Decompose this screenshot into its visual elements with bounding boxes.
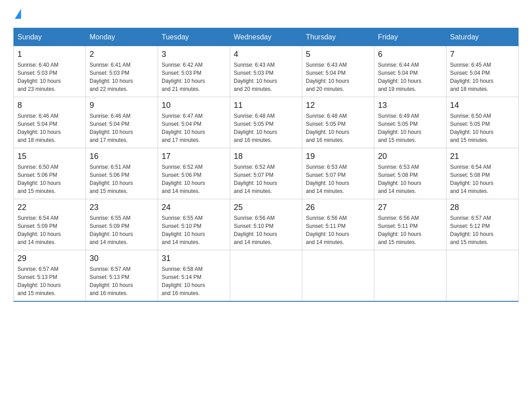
day-info: Sunrise: 6:42 AM Sunset: 5:03 PM Dayligh…: [162, 61, 226, 93]
day-info: Sunrise: 6:52 AM Sunset: 5:06 PM Dayligh…: [162, 163, 226, 195]
page-header: [13, 9, 519, 19]
day-number: 14: [450, 101, 515, 110]
day-number: 3: [162, 50, 226, 59]
day-info: Sunrise: 6:43 AM Sunset: 5:03 PM Dayligh…: [234, 61, 298, 93]
day-info: Sunrise: 6:50 AM Sunset: 5:06 PM Dayligh…: [17, 163, 82, 195]
calendar-cell: 13 Sunrise: 6:49 AM Sunset: 5:05 PM Dayl…: [374, 97, 446, 148]
calendar-cell: 11 Sunrise: 6:48 AM Sunset: 5:05 PM Dayl…: [230, 97, 302, 148]
weekday-header-wednesday: Wednesday: [230, 28, 302, 46]
weekday-header-monday: Monday: [86, 28, 158, 46]
day-info: Sunrise: 6:49 AM Sunset: 5:05 PM Dayligh…: [378, 112, 442, 144]
day-info: Sunrise: 6:54 AM Sunset: 5:09 PM Dayligh…: [17, 214, 82, 246]
calendar-week-row: 29 Sunrise: 6:57 AM Sunset: 5:13 PM Dayl…: [14, 250, 519, 302]
day-number: 7: [450, 50, 515, 59]
calendar-cell: 29 Sunrise: 6:57 AM Sunset: 5:13 PM Dayl…: [14, 250, 86, 302]
weekday-header-thursday: Thursday: [302, 28, 374, 46]
calendar-cell: [302, 250, 374, 302]
calendar-cell: 9 Sunrise: 6:46 AM Sunset: 5:04 PM Dayli…: [86, 97, 158, 148]
calendar-cell: 3 Sunrise: 6:42 AM Sunset: 5:03 PM Dayli…: [158, 46, 230, 97]
day-info: Sunrise: 6:52 AM Sunset: 5:07 PM Dayligh…: [234, 163, 298, 195]
day-number: 19: [306, 152, 370, 161]
weekday-header-row: SundayMondayTuesdayWednesdayThursdayFrid…: [14, 28, 519, 46]
day-info: Sunrise: 6:41 AM Sunset: 5:03 PM Dayligh…: [90, 61, 154, 93]
day-info: Sunrise: 6:54 AM Sunset: 5:08 PM Dayligh…: [450, 163, 515, 195]
day-info: Sunrise: 6:45 AM Sunset: 5:04 PM Dayligh…: [450, 61, 515, 93]
calendar-week-row: 15 Sunrise: 6:50 AM Sunset: 5:06 PM Dayl…: [14, 148, 519, 199]
day-info: Sunrise: 6:48 AM Sunset: 5:05 PM Dayligh…: [234, 112, 298, 144]
weekday-header-tuesday: Tuesday: [158, 28, 230, 46]
day-number: 4: [234, 50, 298, 59]
day-number: 15: [17, 152, 82, 161]
day-number: 20: [378, 152, 442, 161]
day-number: 24: [162, 203, 226, 212]
calendar-cell: 8 Sunrise: 6:46 AM Sunset: 5:04 PM Dayli…: [14, 97, 86, 148]
calendar-cell: 7 Sunrise: 6:45 AM Sunset: 5:04 PM Dayli…: [446, 46, 519, 97]
day-info: Sunrise: 6:53 AM Sunset: 5:08 PM Dayligh…: [378, 163, 442, 195]
calendar-cell: 27 Sunrise: 6:56 AM Sunset: 5:11 PM Dayl…: [374, 199, 446, 250]
day-info: Sunrise: 6:57 AM Sunset: 5:13 PM Dayligh…: [17, 265, 82, 297]
day-info: Sunrise: 6:56 AM Sunset: 5:10 PM Dayligh…: [234, 214, 298, 246]
calendar-cell: 5 Sunrise: 6:43 AM Sunset: 5:04 PM Dayli…: [302, 46, 374, 97]
day-number: 29: [17, 254, 82, 263]
calendar-cell: 30 Sunrise: 6:57 AM Sunset: 5:13 PM Dayl…: [86, 250, 158, 302]
calendar-cell: [230, 250, 302, 302]
calendar-week-row: 22 Sunrise: 6:54 AM Sunset: 5:09 PM Dayl…: [14, 199, 519, 250]
day-number: 25: [234, 203, 298, 212]
calendar-cell: 24 Sunrise: 6:55 AM Sunset: 5:10 PM Dayl…: [158, 199, 230, 250]
calendar-cell: 28 Sunrise: 6:57 AM Sunset: 5:12 PM Dayl…: [446, 199, 519, 250]
day-number: 21: [450, 152, 515, 161]
day-number: 11: [234, 101, 298, 110]
day-number: 18: [234, 152, 298, 161]
day-number: 9: [90, 101, 154, 110]
day-info: Sunrise: 6:55 AM Sunset: 5:10 PM Dayligh…: [162, 214, 226, 246]
calendar-cell: 2 Sunrise: 6:41 AM Sunset: 5:03 PM Dayli…: [86, 46, 158, 97]
day-info: Sunrise: 6:48 AM Sunset: 5:05 PM Dayligh…: [306, 112, 370, 144]
calendar-week-row: 8 Sunrise: 6:46 AM Sunset: 5:04 PM Dayli…: [14, 97, 519, 148]
day-info: Sunrise: 6:47 AM Sunset: 5:04 PM Dayligh…: [162, 112, 226, 144]
day-info: Sunrise: 6:56 AM Sunset: 5:11 PM Dayligh…: [378, 214, 442, 246]
day-number: 30: [90, 254, 154, 263]
calendar-cell: 15 Sunrise: 6:50 AM Sunset: 5:06 PM Dayl…: [14, 148, 86, 199]
calendar-cell: 14 Sunrise: 6:50 AM Sunset: 5:05 PM Dayl…: [446, 97, 519, 148]
calendar-cell: 1 Sunrise: 6:40 AM Sunset: 5:03 PM Dayli…: [14, 46, 86, 97]
weekday-header-sunday: Sunday: [14, 28, 86, 46]
day-info: Sunrise: 6:56 AM Sunset: 5:11 PM Dayligh…: [306, 214, 370, 246]
calendar-cell: 4 Sunrise: 6:43 AM Sunset: 5:03 PM Dayli…: [230, 46, 302, 97]
calendar-cell: [374, 250, 446, 302]
day-number: 26: [306, 203, 370, 212]
day-number: 27: [378, 203, 442, 212]
calendar-cell: 19 Sunrise: 6:53 AM Sunset: 5:07 PM Dayl…: [302, 148, 374, 199]
day-number: 13: [378, 101, 442, 110]
calendar-cell: 18 Sunrise: 6:52 AM Sunset: 5:07 PM Dayl…: [230, 148, 302, 199]
logo-triangle-icon: [15, 9, 21, 19]
weekday-header-friday: Friday: [374, 28, 446, 46]
day-number: 28: [450, 203, 515, 212]
day-number: 2: [90, 50, 154, 59]
calendar-table: SundayMondayTuesdayWednesdayThursdayFrid…: [13, 28, 519, 302]
day-number: 23: [90, 203, 154, 212]
day-info: Sunrise: 6:57 AM Sunset: 5:13 PM Dayligh…: [90, 265, 154, 297]
calendar-cell: 6 Sunrise: 6:44 AM Sunset: 5:04 PM Dayli…: [374, 46, 446, 97]
day-number: 31: [162, 254, 226, 263]
day-number: 22: [17, 203, 82, 212]
day-info: Sunrise: 6:51 AM Sunset: 5:06 PM Dayligh…: [90, 163, 154, 195]
calendar-cell: 16 Sunrise: 6:51 AM Sunset: 5:06 PM Dayl…: [86, 148, 158, 199]
calendar-week-row: 1 Sunrise: 6:40 AM Sunset: 5:03 PM Dayli…: [14, 46, 519, 97]
calendar-cell: 12 Sunrise: 6:48 AM Sunset: 5:05 PM Dayl…: [302, 97, 374, 148]
day-number: 10: [162, 101, 226, 110]
day-number: 12: [306, 101, 370, 110]
calendar-cell: 21 Sunrise: 6:54 AM Sunset: 5:08 PM Dayl…: [446, 148, 519, 199]
weekday-header-saturday: Saturday: [446, 28, 519, 46]
calendar-cell: 17 Sunrise: 6:52 AM Sunset: 5:06 PM Dayl…: [158, 148, 230, 199]
day-info: Sunrise: 6:50 AM Sunset: 5:05 PM Dayligh…: [450, 112, 515, 144]
day-number: 17: [162, 152, 226, 161]
calendar-cell: 10 Sunrise: 6:47 AM Sunset: 5:04 PM Dayl…: [158, 97, 230, 148]
day-info: Sunrise: 6:44 AM Sunset: 5:04 PM Dayligh…: [378, 61, 442, 93]
day-info: Sunrise: 6:57 AM Sunset: 5:12 PM Dayligh…: [450, 214, 515, 246]
day-info: Sunrise: 6:55 AM Sunset: 5:09 PM Dayligh…: [90, 214, 154, 246]
day-number: 8: [17, 101, 82, 110]
calendar-cell: 23 Sunrise: 6:55 AM Sunset: 5:09 PM Dayl…: [86, 199, 158, 250]
day-info: Sunrise: 6:43 AM Sunset: 5:04 PM Dayligh…: [306, 61, 370, 93]
day-info: Sunrise: 6:40 AM Sunset: 5:03 PM Dayligh…: [17, 61, 82, 93]
day-info: Sunrise: 6:53 AM Sunset: 5:07 PM Dayligh…: [306, 163, 370, 195]
